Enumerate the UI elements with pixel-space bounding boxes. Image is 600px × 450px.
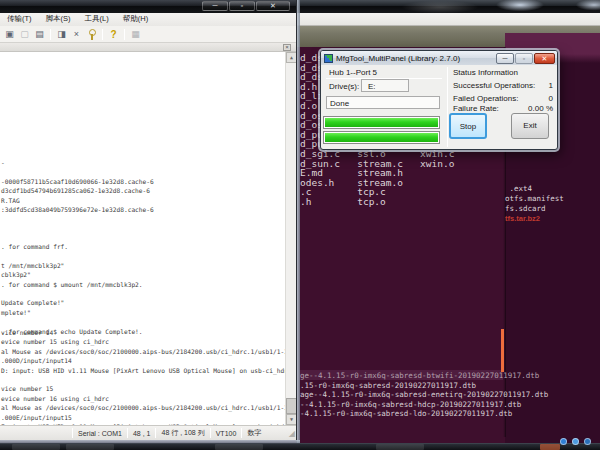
toolbar-separator bbox=[50, 29, 51, 40]
scrollbar-thumb[interactable] bbox=[286, 398, 296, 414]
dtb-file-listing: ge--4.1.15-r0-imx6q-sabresd-btwifi-20190… bbox=[300, 371, 548, 419]
failed-operations-row: Failed Operations: 0 bbox=[453, 94, 553, 103]
file-listing-right: .ext4otfs.manifestfs.sdcard bbox=[505, 184, 564, 214]
progress-fill bbox=[325, 118, 438, 127]
terminal-line: d3cdf1bd54794b691285ca062-1e32d8.cache-6 bbox=[1, 186, 285, 195]
mfgtool-body: Hub 1--Port 5 Drive(s): E: Done Status I… bbox=[321, 65, 557, 149]
close-button[interactable]: ✕ bbox=[256, 1, 290, 11]
archive-file-name: tfs.tar.bz2 bbox=[505, 214, 540, 223]
terminal-line: .000E/input/input15 bbox=[1, 413, 285, 422]
terminal-line: . for command frf. bbox=[1, 242, 285, 251]
taskbar-button[interactable] bbox=[376, 444, 424, 450]
print-icon[interactable]: ▤ bbox=[33, 28, 46, 41]
status-cursor-position: 48 , 1 bbox=[128, 430, 156, 437]
status-information-header: Status Information bbox=[453, 68, 518, 77]
file-listing-line: .ext4 bbox=[505, 184, 564, 194]
help-icon[interactable]: ? bbox=[107, 28, 120, 41]
tab-close-icon[interactable]: × bbox=[283, 44, 291, 51]
terminal-line: Update Complete!" bbox=[1, 298, 285, 307]
status-mode: 数字 bbox=[242, 428, 266, 438]
terminal-line: R.TAG bbox=[1, 196, 285, 205]
drive-letter-field: E: bbox=[361, 79, 409, 92]
dtb-listing-line: --4.1.15-r0-imx6q-sabresd-hdcp-201902270… bbox=[300, 400, 548, 410]
terminal-line: cblk3p2" bbox=[1, 270, 285, 279]
terminal-line: al Mouse as /devices/soc0/soc/2100000.ai… bbox=[1, 403, 285, 412]
maximize-button[interactable]: ▫ bbox=[229, 1, 255, 11]
tray-icon[interactable] bbox=[560, 438, 567, 445]
terminal-line: evice number 16 using ci_hdrc bbox=[1, 394, 285, 403]
scroll-up-icon[interactable]: ▲ bbox=[286, 52, 296, 63]
serial-terminal-window: ─ ▫ ✕ 传输(T)脚本(S)工具(L)帮助(H) ▣ ▢ ▤ ◨ × ? ▦… bbox=[0, 0, 300, 444]
terminal-line: - bbox=[1, 158, 285, 167]
status-serial: Serial : COM1 bbox=[73, 430, 127, 437]
panel-separator bbox=[447, 67, 448, 147]
menu-item[interactable]: 工具(L) bbox=[78, 13, 116, 26]
progress-fill bbox=[325, 133, 438, 142]
status-bar: Serial : COM1 48 , 1 48 行 , 108 列 VT100 … bbox=[0, 425, 296, 440]
resize-grip[interactable]: ◢ bbox=[289, 429, 296, 438]
maximize-button: ▫ bbox=[515, 53, 533, 64]
taskbar-button[interactable] bbox=[12, 444, 60, 450]
file-listing-line: .h tcp.o bbox=[300, 197, 466, 207]
toolbar-separator bbox=[124, 29, 125, 40]
successful-operations-label: Successful Operations: bbox=[453, 81, 535, 90]
tray-icon[interactable] bbox=[572, 438, 579, 445]
status-terminal-size: 48 行 , 108 列 bbox=[156, 428, 209, 438]
terminal-line bbox=[1, 251, 285, 260]
terminal-line: evice number 15 using ci_hdrc bbox=[1, 337, 285, 346]
serial-terminal-titlebar[interactable]: ─ ▫ ✕ bbox=[0, 0, 300, 13]
terminal-line: :3ddfd5cd38a049b759396e72e-1e32d8.cache-… bbox=[1, 205, 285, 214]
exit-button[interactable]: Exit bbox=[511, 113, 549, 139]
terminal-output-block: vice number 14evice number 15 using ci_h… bbox=[1, 328, 285, 425]
failure-rate-label: Failure Rate: bbox=[453, 104, 499, 113]
terminal-line: . for command $ umount /mnt/mmcblk3p2. bbox=[1, 280, 285, 289]
terminal-output-block: - -0000f58711b5caaf10d690066-1e32d8.cach… bbox=[1, 158, 285, 214]
menu-item[interactable]: 传输(T) bbox=[0, 13, 39, 26]
mfgtool-app-icon bbox=[324, 54, 333, 63]
close-button[interactable]: ✕ bbox=[534, 53, 555, 64]
progress-bar-2 bbox=[323, 131, 440, 144]
tray-icon[interactable] bbox=[584, 438, 591, 445]
hub-port-label: Hub 1--Port 5 bbox=[329, 68, 377, 77]
dtb-listing-line: ge--4.1.15-r0-imx6q-sabresd-btwifi-20190… bbox=[300, 371, 548, 381]
window-right-border[interactable] bbox=[296, 0, 300, 444]
toolbar-separator bbox=[102, 29, 103, 40]
file-listing-line: otfs.manifest bbox=[505, 194, 564, 204]
stop-button[interactable]: Stop bbox=[449, 113, 487, 139]
terminal-line: .000D/input/input14 bbox=[1, 356, 285, 365]
connect-icon[interactable]: ▣ bbox=[3, 28, 16, 41]
taskbar-button[interactable] bbox=[215, 444, 263, 450]
drives-label: Drive(s): bbox=[329, 82, 359, 91]
terminal-line: -0000f58711b5caaf10d690066-1e32d8.cache-… bbox=[1, 177, 285, 186]
terminal-line: vice number 14 bbox=[1, 328, 285, 337]
terminal-line bbox=[1, 289, 285, 298]
clear-screen-icon[interactable]: × bbox=[70, 28, 83, 41]
file-listing-line: fs.sdcard bbox=[505, 204, 564, 214]
scrollbar[interactable]: ▲ ▼ bbox=[285, 52, 296, 425]
terminal-line bbox=[1, 167, 285, 176]
menu-item[interactable]: 帮助(H) bbox=[116, 13, 155, 26]
taskbar-button[interactable] bbox=[540, 444, 560, 450]
terminal-cursor-line bbox=[501, 329, 504, 372]
quick-connect-icon[interactable]: ▢ bbox=[18, 28, 31, 41]
terminal-line: mplete!" bbox=[1, 308, 285, 317]
session-tab-bar: × bbox=[0, 43, 296, 52]
ubuntu-window-titlebar-strip bbox=[295, 26, 600, 33]
terminal-output-area[interactable]: - -0000f58711b5caaf10d690066-1e32d8.cach… bbox=[0, 52, 296, 425]
key-icon[interactable] bbox=[85, 28, 98, 41]
terminal-line: vice number 15 bbox=[1, 384, 285, 393]
dtb-listing-line: -4.1.15-r0-imx6q-sabresd-ldo-20190227011… bbox=[300, 409, 548, 419]
properties-icon[interactable]: ◨ bbox=[55, 28, 68, 41]
taskbar-button[interactable] bbox=[66, 444, 114, 450]
minimize-button[interactable]: ─ bbox=[496, 53, 514, 64]
menu-item[interactable]: 脚本(S) bbox=[39, 13, 78, 26]
menu-bar: 传输(T)脚本(S)工具(L)帮助(H) bbox=[0, 13, 296, 26]
toolbar: ▣ ▢ ▤ ◨ × ? ▦ bbox=[0, 26, 296, 43]
terminal-line bbox=[1, 375, 285, 384]
scroll-down-icon[interactable]: ▼ bbox=[286, 414, 296, 425]
mfgtool-titlebar[interactable]: MfgTool_MultiPanel (Library: 2.7.0) ─ ▫ … bbox=[321, 51, 557, 65]
session-tabs-icon[interactable]: ▦ bbox=[129, 28, 142, 41]
minimize-button[interactable]: ─ bbox=[202, 1, 228, 11]
failed-operations-value: 0 bbox=[549, 94, 553, 103]
terminal-line: D: input: USB HID v1.11 Mouse [PixArt Le… bbox=[1, 366, 285, 375]
